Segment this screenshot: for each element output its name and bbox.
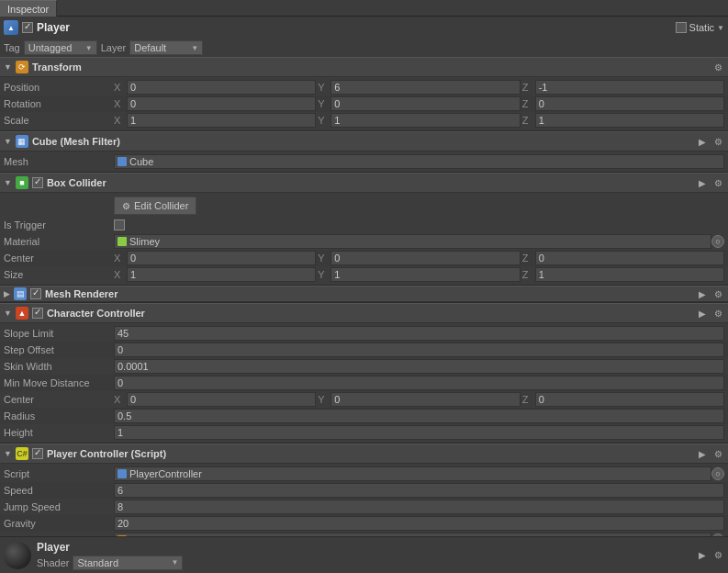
shader-arrow: ▼ <box>172 558 179 567</box>
mesh-filter-section: ▼ ▦ Cube (Mesh Filter) ▶ ⚙ Mesh Cube <box>0 131 728 173</box>
step-offset-input[interactable] <box>114 343 724 357</box>
box-collider-enabled[interactable] <box>32 177 43 188</box>
transform-collapse[interactable]: ▼ <box>4 62 12 72</box>
shader-row: Shader Standard ▼ <box>37 556 690 570</box>
player-controller-collapse[interactable]: ▼ <box>4 449 12 458</box>
scale-x-label: X <box>114 115 125 126</box>
height-row: Height <box>0 424 728 441</box>
tag-arrow: ▼ <box>85 44 93 52</box>
collider-sz-input[interactable] <box>535 267 724 282</box>
is-trigger-row: Is Trigger <box>0 217 728 233</box>
player-controller-enabled[interactable] <box>32 448 43 459</box>
collider-material-circle-btn[interactable]: ○ <box>711 235 724 248</box>
cc-cz-input[interactable] <box>535 392 724 407</box>
height-input[interactable] <box>114 425 724 440</box>
height-label: Height <box>4 427 114 438</box>
collider-sz-field: Z <box>522 267 724 282</box>
collider-sy-input[interactable] <box>330 267 520 282</box>
shader-dropdown[interactable]: Standard ▼ <box>73 556 183 570</box>
scale-y-field: Y <box>318 113 520 128</box>
static-label: Static <box>689 22 715 33</box>
transform-settings-icon[interactable]: ⚙ <box>711 61 724 73</box>
static-dropdown-arrow[interactable]: ▼ <box>717 24 724 32</box>
speed-input[interactable] <box>114 483 724 498</box>
layer-dropdown[interactable]: Default ▼ <box>129 40 203 55</box>
skin-width-input[interactable] <box>114 359 724 374</box>
position-z-input[interactable] <box>535 80 724 95</box>
player-controller-settings-icon[interactable]: ⚙ <box>711 447 724 460</box>
tag-dropdown[interactable]: Untagged ▼ <box>24 40 97 55</box>
skin-width-row: Skin Width <box>0 358 728 375</box>
radius-input[interactable] <box>114 409 724 423</box>
static-toggle[interactable]: Static ▼ <box>676 22 724 33</box>
pos-z-label: Z <box>522 82 533 93</box>
scroll-area[interactable]: ▼ ⟳ Transform ⚙ Position X <box>0 57 728 536</box>
active-checkbox[interactable] <box>22 22 33 33</box>
collider-sx-field: X <box>114 267 316 282</box>
jump-speed-input[interactable] <box>114 500 724 514</box>
slope-limit-label: Slope Limit <box>4 328 114 339</box>
rot-z-label: Z <box>522 98 533 109</box>
mesh-label: Mesh <box>4 156 114 167</box>
mesh-filter-preview-icon[interactable]: ▶ <box>696 135 709 148</box>
collider-cx-input[interactable] <box>127 251 316 265</box>
rotation-x-input[interactable] <box>127 96 316 111</box>
transform-section: ▼ ⟳ Transform ⚙ Position X <box>0 57 728 131</box>
edit-collider-button[interactable]: ⚙ Edit Collider <box>114 197 196 215</box>
mesh-value: Cube <box>129 156 153 167</box>
box-collider-settings-icon[interactable]: ⚙ <box>711 176 724 189</box>
box-collider-section: ▼ ■ Box Collider ▶ ⚙ ⚙ Edit Collider <box>0 173 728 286</box>
character-controller-settings-icon[interactable]: ⚙ <box>711 307 724 320</box>
character-controller-preview-icon[interactable]: ▶ <box>696 307 709 320</box>
mesh-renderer-settings-icon[interactable]: ⚙ <box>711 287 724 300</box>
mesh-filter-collapse[interactable]: ▼ <box>4 137 12 146</box>
scale-row: Scale X Y Z <box>0 112 728 129</box>
scale-z-input[interactable] <box>535 113 724 128</box>
mesh-filter-body: Mesh Cube <box>0 152 728 172</box>
cc-cy-input[interactable] <box>330 392 520 407</box>
character-controller-enabled[interactable] <box>32 308 43 319</box>
character-controller-collapse[interactable]: ▼ <box>4 309 12 318</box>
player-controller-body: Script PlayerController ○ Speed Jump Spe… <box>0 464 728 536</box>
character-controller-header: ▼ ▲ Character Controller ▶ ⚙ <box>0 303 728 323</box>
player-controller-preview-icon[interactable]: ▶ <box>696 447 709 460</box>
script-circle-btn[interactable]: ○ <box>711 467 724 480</box>
slope-limit-input[interactable] <box>114 326 724 341</box>
footer-settings-icon[interactable]: ⚙ <box>711 549 724 562</box>
mesh-renderer-collapse[interactable]: ▶ <box>4 289 10 298</box>
mesh-renderer-preview-icon[interactable]: ▶ <box>696 287 709 300</box>
rotation-y-input[interactable] <box>330 96 520 111</box>
is-trigger-checkbox[interactable] <box>114 219 125 230</box>
scale-x-input[interactable] <box>127 113 316 128</box>
rotation-xyz: X Y Z <box>114 96 724 111</box>
jump-speed-label: Jump Speed <box>4 501 114 512</box>
character-controller-body: Slope Limit Step Offset Skin Width Min M… <box>0 323 728 443</box>
mesh-field: Cube <box>114 154 724 169</box>
cc-cx-input[interactable] <box>127 392 316 407</box>
box-collider-preview-icon[interactable]: ▶ <box>696 176 709 189</box>
scale-y-input[interactable] <box>330 113 520 128</box>
gravity-input[interactable] <box>114 516 724 531</box>
transform-icon: ⟳ <box>16 61 28 73</box>
edit-collider-icon: ⚙ <box>122 201 130 211</box>
collider-cy-input[interactable] <box>330 251 520 265</box>
position-y-input[interactable] <box>330 80 520 95</box>
min-move-input[interactable] <box>114 376 724 390</box>
footer-preview-icon[interactable]: ▶ <box>696 549 709 562</box>
position-x-input[interactable] <box>127 80 316 95</box>
mesh-filter-settings-icon[interactable]: ⚙ <box>711 135 724 148</box>
collider-sx-input[interactable] <box>127 267 316 282</box>
tag-value: Untagged <box>28 42 73 53</box>
pos-y-label: Y <box>318 82 329 93</box>
inspector-panel: Inspector ▲ Player Static ▼ Tag Untagged… <box>0 0 728 573</box>
mesh-filter-icon: ▦ <box>16 135 28 148</box>
box-collider-collapse[interactable]: ▼ <box>4 178 12 187</box>
collider-cz-input[interactable] <box>535 251 724 265</box>
cc-center-xyz: X Y Z <box>114 392 724 407</box>
rot-x-label: X <box>114 98 125 109</box>
rotation-row: Rotation X Y Z <box>0 96 728 112</box>
static-checkbox-box[interactable] <box>676 22 687 33</box>
inspector-tab[interactable]: Inspector <box>0 0 57 17</box>
rotation-z-input[interactable] <box>535 96 724 111</box>
mesh-renderer-enabled[interactable] <box>30 288 41 299</box>
